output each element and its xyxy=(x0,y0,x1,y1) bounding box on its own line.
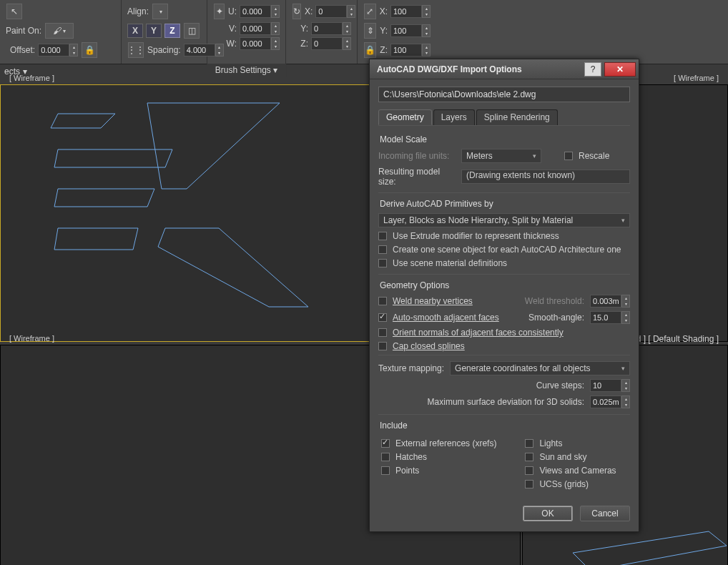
help-button[interactable]: ? xyxy=(584,62,601,77)
incoming-units-label: Incoming file units: xyxy=(378,151,456,161)
smooth-angle-spinner[interactable]: ▴▾ xyxy=(590,311,630,324)
import-options-dialog: AutoCAD DWG/DXF Import Options ? ✕ Geome… xyxy=(369,59,639,532)
svg-marker-6 xyxy=(573,531,727,565)
dialog-titlebar[interactable]: AutoCAD DWG/DXF Import Options ? ✕ xyxy=(370,59,639,79)
rotate-icon[interactable]: ↻ xyxy=(292,4,301,19)
use-scene-mat-label: Use scene material definitions xyxy=(393,258,507,268)
axis-y-button[interactable]: Y xyxy=(146,24,162,38)
svg-marker-2 xyxy=(54,149,172,167)
offset-input[interactable] xyxy=(38,44,69,56)
lights-checkbox[interactable] xyxy=(525,439,533,448)
points-checkbox[interactable] xyxy=(381,466,390,475)
ry-spinner[interactable]: ▴▾ xyxy=(311,22,351,35)
u-spinner[interactable]: ▴▾ xyxy=(240,5,280,18)
xrefs-checkbox[interactable] xyxy=(381,439,390,448)
close-button[interactable]: ✕ xyxy=(604,62,636,77)
lock-icon[interactable]: 🔒 xyxy=(82,42,97,58)
axis-z-button[interactable]: Z xyxy=(164,24,180,38)
v-spinner[interactable]: ▴▾ xyxy=(240,22,280,35)
weld-label: Weld nearby vertices xyxy=(393,296,473,306)
autosmooth-checkbox[interactable] xyxy=(378,313,387,322)
u-label: U: xyxy=(228,6,237,16)
resulting-size-label: Resulting model size: xyxy=(378,167,456,187)
offset-spinner[interactable]: ▴▾ xyxy=(38,44,78,56)
sx-label: X: xyxy=(380,6,388,16)
ucss-label: UCSs (grids) xyxy=(539,479,589,489)
weld-checkbox[interactable] xyxy=(378,297,387,305)
sy-spinner[interactable]: ▴▾ xyxy=(390,24,431,37)
geom-opts-title: Geometry Options xyxy=(380,280,630,290)
rx-label: X: xyxy=(305,6,313,16)
create-one-checkbox[interactable] xyxy=(378,245,387,254)
hatches-label: Hatches xyxy=(395,452,427,462)
rz-spinner[interactable]: ▴▾ xyxy=(311,37,351,50)
ucss-checkbox[interactable] xyxy=(525,480,533,488)
sz-label: Z: xyxy=(380,45,388,55)
tabs: Geometry Layers Spline Rendering xyxy=(378,109,630,125)
tab-spline-rendering[interactable]: Spline Rendering xyxy=(476,109,558,125)
curve-steps-spinner[interactable]: ▴▾ xyxy=(590,379,630,392)
weld-thresh-label: Weld threshold: xyxy=(525,296,584,306)
scale-link-icon[interactable]: ⇕ xyxy=(364,23,376,39)
weld-thresh-spinner: ▴▾ xyxy=(590,295,630,308)
scatter-icon[interactable]: ✦ xyxy=(214,4,225,19)
ry-label: Y: xyxy=(300,24,308,34)
paint-on-dropdown[interactable]: 🖌 xyxy=(45,23,74,39)
rescale-checkbox[interactable] xyxy=(564,152,573,160)
vp-label-tl[interactable]: [ Wireframe ] xyxy=(5,71,59,85)
vp-label-tr[interactable]: [ Wireframe ] xyxy=(669,71,723,85)
lights-label: Lights xyxy=(539,438,562,448)
file-path-input[interactable] xyxy=(378,87,630,102)
sx-spinner[interactable]: ▴▾ xyxy=(390,5,431,18)
use-scene-mat-checkbox[interactable] xyxy=(378,259,387,267)
vp-label-br[interactable]: d ] [ Default Shading ] xyxy=(632,331,723,347)
tex-map-combo[interactable]: Generate coordinates for all objects xyxy=(450,361,630,375)
spacing-icon[interactable]: ⋮⋮ xyxy=(128,42,144,58)
orient-checkbox[interactable] xyxy=(378,328,387,337)
vp-label-bl[interactable]: [ Wireframe ] xyxy=(5,331,59,345)
w-spinner[interactable]: ▴▾ xyxy=(240,37,280,50)
views-label: Views and Cameras xyxy=(539,466,616,476)
spacing-label: Spacing: xyxy=(147,45,181,55)
svg-marker-0 xyxy=(51,114,115,128)
offset-label: Offset: xyxy=(10,45,35,55)
hatches-checkbox[interactable] xyxy=(381,453,390,461)
axis-x-button[interactable]: X xyxy=(127,24,143,38)
sz-spinner[interactable]: ▴▾ xyxy=(390,44,431,56)
orient-label: Orient normals of adjacent faces consist… xyxy=(393,328,564,338)
rx-spinner[interactable]: ▴▾ xyxy=(315,5,355,18)
views-checkbox[interactable] xyxy=(525,466,533,475)
sy-label: Y: xyxy=(380,26,388,36)
derive-title: Derive AutoCAD Primitives by xyxy=(380,199,630,209)
scale-icon[interactable]: ⤢ xyxy=(364,4,376,19)
arrow-select-icon[interactable]: ↖ xyxy=(6,4,22,19)
incoming-units-combo: Meters xyxy=(461,149,541,163)
cap-label: Cap closed splines xyxy=(393,341,465,351)
smooth-angle-label: Smooth-angle: xyxy=(528,313,584,323)
svg-marker-3 xyxy=(54,189,154,207)
tab-layers[interactable]: Layers xyxy=(433,109,475,125)
rz-label: Z: xyxy=(300,39,308,49)
tab-geometry[interactable]: Geometry xyxy=(378,109,432,125)
derive-combo[interactable]: Layer, Blocks as Node Hierarchy, Split b… xyxy=(378,213,630,227)
use-extrude-checkbox[interactable] xyxy=(378,232,387,240)
cap-checkbox[interactable] xyxy=(378,342,387,350)
rescale-label: Rescale xyxy=(579,151,609,161)
max-dev-spinner[interactable]: ▴▾ xyxy=(590,396,630,408)
max-dev-label: Maximum surface deviation for 3D solids: xyxy=(378,397,584,407)
svg-marker-4 xyxy=(54,228,138,250)
svg-marker-1 xyxy=(147,103,280,189)
points-label: Points xyxy=(395,466,419,476)
ok-button[interactable]: OK xyxy=(523,506,573,521)
align-dropdown[interactable] xyxy=(152,4,168,19)
sunsky-checkbox[interactable] xyxy=(525,453,533,461)
model-scale-title: Model Scale xyxy=(380,134,630,144)
tex-map-label: Texture mapping: xyxy=(378,363,444,373)
create-one-label: Create one scene object for each AutoCAD… xyxy=(393,245,621,255)
paint-on-label: Paint On: xyxy=(6,26,41,36)
scale-lock-icon[interactable]: 🔒 xyxy=(364,42,376,58)
cancel-button[interactable]: Cancel xyxy=(580,506,630,521)
align-label: Align: xyxy=(127,6,149,16)
v-label: V: xyxy=(229,24,237,34)
align-extra-icon[interactable]: ◫ xyxy=(184,23,200,39)
